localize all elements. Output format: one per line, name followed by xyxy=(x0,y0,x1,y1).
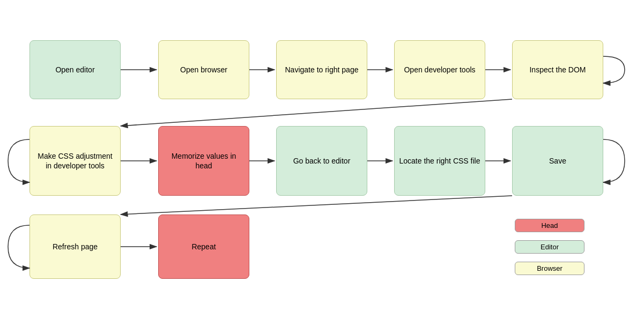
node-make-css: Make CSS adjustment in developer tools xyxy=(29,126,121,196)
node-refresh-page: Refresh page xyxy=(29,214,121,279)
node-locate-css: Locate the right CSS file xyxy=(394,126,485,196)
node-open-browser: Open browser xyxy=(158,40,249,99)
arrow-r1-to-r2 xyxy=(121,99,512,126)
node-save: Save xyxy=(512,126,603,196)
diagram-container: Open editor Open browser Navigate to rig… xyxy=(0,0,644,311)
node-open-editor: Open editor xyxy=(29,40,121,99)
node-repeat: Repeat xyxy=(158,214,249,279)
arrow-r3-loop xyxy=(8,225,29,268)
node-go-back-editor: Go back to editor xyxy=(276,126,367,196)
arrow-r2-loop xyxy=(8,139,29,182)
arrow-r2-to-r3 xyxy=(121,196,512,214)
legend-editor: Editor xyxy=(515,240,584,254)
node-open-dev-tools: Open developer tools xyxy=(394,40,485,99)
arrow-r1-loop xyxy=(603,56,625,83)
arrow-r2-loop xyxy=(603,139,625,182)
node-navigate-right-page: Navigate to right page xyxy=(276,40,367,99)
node-inspect-dom: Inspect the DOM xyxy=(512,40,603,99)
legend-head: Head xyxy=(515,219,584,232)
node-memorize-values: Memorize values in head xyxy=(158,126,249,196)
legend-browser: Browser xyxy=(515,262,584,275)
